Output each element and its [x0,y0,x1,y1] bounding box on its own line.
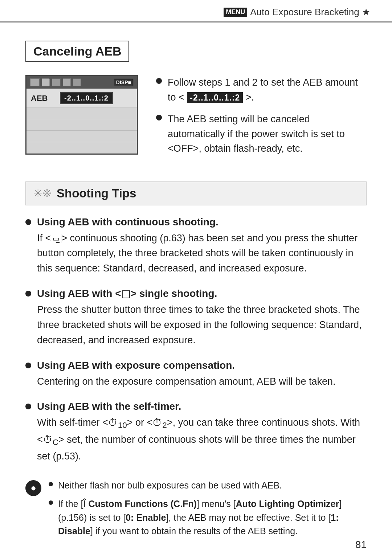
note-item-2: If the [Î Custom Functions (C.Fn)] menu'… [49,497,367,538]
cam-icon-1 [30,78,40,86]
tip-exposure-title-text: Using AEB with exposure compensation. [37,360,235,371]
camera-empty-row-3 [26,130,137,142]
cam-icon-5 [73,78,81,86]
tip-bullet-1 [25,219,31,225]
camera-empty-row-4 [26,142,137,154]
cam-right-icons: DISP■ [114,79,133,86]
tip-single-title: Using AEB with <> single shooting. [25,288,367,299]
aeb-label: AEB [31,94,53,103]
note-bullet-2 [49,500,53,505]
cam-icon-2 [42,78,50,86]
tip-continuous-body: If <▭̲> continuous shooting (p.63) has b… [25,231,367,277]
square-icon [122,290,130,298]
canceling-bullet-1-text: Follow steps 1 and 2 to set the AEB amou… [168,75,367,105]
canceling-aeb-section: DISP■ AEB -2..1..0..1.:2 Follow steps 1 … [25,75,367,163]
note-content: Neither flash nor bulb exposures can be … [49,479,367,543]
page-header: MENU Auto Exposure Bracketing ★ [0,0,392,23]
note-item-1: Neither flash nor bulb exposures can be … [49,479,367,492]
custom-fn-label: Î Custom Functions (C.Fn) [83,499,196,509]
note-icon: ● [25,480,41,496]
camera-empty-rows [26,107,137,154]
shooting-tips-header: ✳❊ Shooting Tips [25,181,367,205]
continuous-icon: ▭̲ [51,234,61,243]
enable-label: 0: Enable [126,512,166,523]
aeb-scale: -2..1..0..1.:2 [60,92,113,104]
cam-icon-4 [63,78,71,86]
canceling-bullet-2-text: The AEB setting will be canceled automat… [168,112,367,156]
tip-exposure: Using AEB with exposure compensation. Ce… [25,360,367,389]
camera-empty-row-2 [26,119,137,130]
note-bullet-1 [49,482,53,486]
header-title: Auto Exposure Bracketing ★ [250,7,370,18]
tip-continuous-title: Using AEB with continuous shooting. [25,216,367,228]
tip-single-body: Press the shutter button three times to … [25,302,367,348]
page-number: 81 [355,539,367,551]
tip-selftimer-body: With self-timer <⏱10> or <⏱2>, you can t… [25,415,367,464]
tip-continuous-title-text: Using AEB with continuous shooting. [37,216,219,228]
shooting-tips-title: Shooting Tips [57,187,136,200]
tip-bullet-3 [25,363,31,368]
tip-exposure-title: Using AEB with exposure compensation. [25,360,367,371]
canceling-bullets: Follow steps 1 and 2 to set the AEB amou… [156,75,367,163]
tip-single-title-text: Using AEB with <> single shooting. [37,288,217,299]
tip-bullet-4 [25,404,31,409]
auto-lighting-label: Auto Lighting Optimizer [236,499,339,509]
note-list: Neither flash nor bulb exposures can be … [49,479,367,538]
camera-top-bar: DISP■ [26,76,137,89]
camera-icons [30,78,81,86]
tip-selftimer-title: Using AEB with the self-timer. [25,401,367,412]
camera-empty-row-1 [26,107,137,119]
tip-selftimer: Using AEB with the self-timer. With self… [25,401,367,464]
page-content: Canceling AEB DISP■ AEB -2..1..0..1.:2 [0,23,392,552]
note-item-2-text: If the [Î Custom Functions (C.Fn)] menu'… [58,497,367,538]
disable-label: 1: Disable [58,512,339,536]
tip-continuous: Using AEB with continuous shooting. If <… [25,216,367,277]
camera-screen: DISP■ AEB -2..1..0..1.:2 [25,75,138,155]
aeb-value-inline: -2..1..0..1.:2 [187,92,243,103]
disp-badge: DISP■ [114,79,133,86]
canceling-bullet-1: Follow steps 1 and 2 to set the AEB amou… [156,75,367,105]
camera-aeb-row: AEB -2..1..0..1.:2 [26,89,137,107]
bullet-dot-1 [156,78,162,84]
tip-single: Using AEB with <> single shooting. Press… [25,288,367,348]
bullet-dot-2 [156,115,162,120]
menu-icon: MENU [224,8,247,17]
canceling-bullet-2: The AEB setting will be canceled automat… [156,112,367,156]
tip-exposure-body: Centering on the exposure compensation a… [25,374,367,389]
tip-bullet-2 [25,291,31,297]
notes-section: ● Neither flash nor bulb exposures can b… [25,479,367,543]
lightbulb-icon: ✳❊ [33,187,52,200]
tip-selftimer-title-text: Using AEB with the self-timer. [37,401,181,412]
note-item-1-text: Neither flash nor bulb exposures can be … [58,479,282,492]
section-title: Canceling AEB [25,41,129,62]
cam-icon-3 [52,78,61,86]
